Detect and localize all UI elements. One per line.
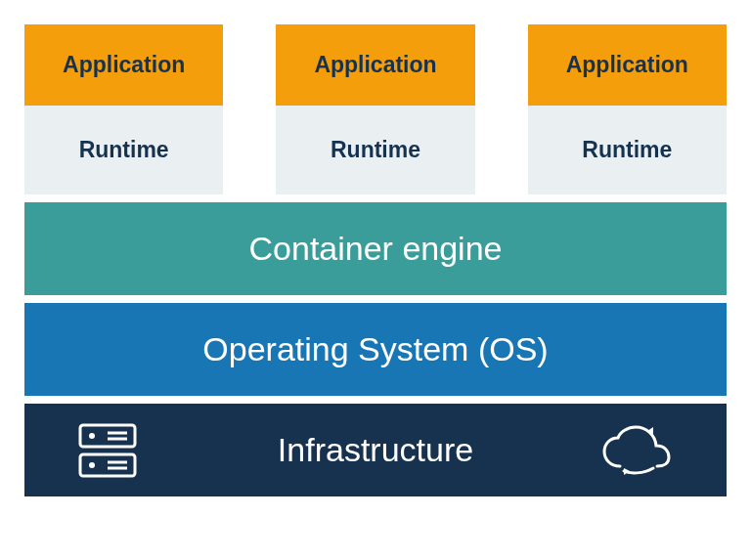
operating-system-label: Operating System (OS) [202,330,548,368]
svg-rect-0 [80,425,135,447]
infrastructure-label: Infrastructure [278,431,473,469]
runtime-box: Runtime [24,106,223,194]
svg-point-2 [89,433,95,439]
svg-point-3 [89,462,95,468]
container-column: Application Runtime [528,24,727,194]
application-box: Application [528,24,727,106]
infrastructure-layer: Infrastructure [24,404,727,496]
runtime-box: Runtime [276,106,474,194]
container-column: Application Runtime [24,24,223,194]
svg-rect-1 [80,454,135,476]
container-engine-label: Container engine [249,230,503,268]
container-columns: Application Runtime Application Runtime … [0,0,751,194]
container-column: Application Runtime [276,24,474,194]
stack-layers: Container engine Operating System (OS) I… [0,194,751,521]
container-engine-layer: Container engine [24,202,727,295]
cloud-icon [600,425,673,476]
operating-system-layer: Operating System (OS) [24,303,727,396]
application-box: Application [276,24,474,106]
runtime-box: Runtime [528,106,727,194]
server-icon [78,423,137,478]
application-box: Application [24,24,223,106]
